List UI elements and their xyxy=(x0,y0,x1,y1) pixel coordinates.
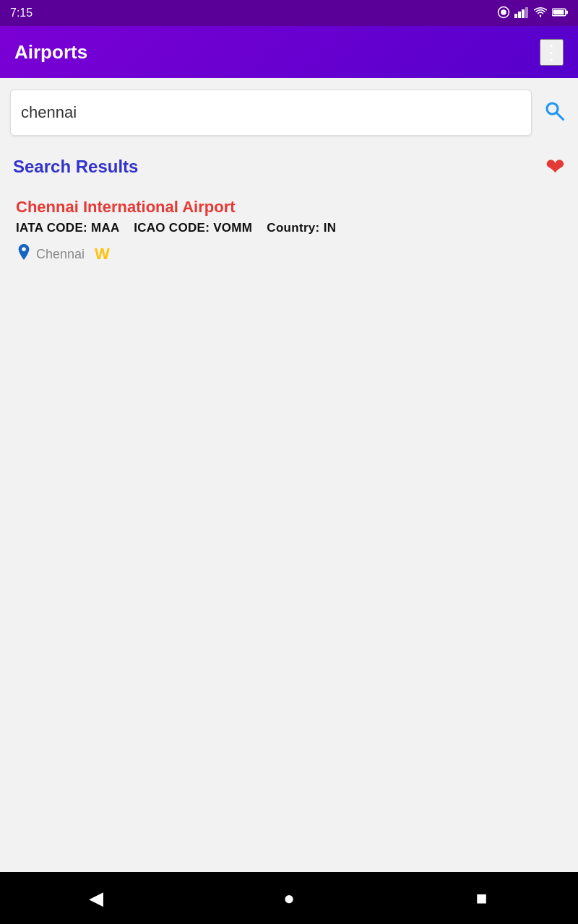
search-button[interactable] xyxy=(540,97,568,129)
svg-rect-4 xyxy=(522,9,525,18)
results-list: Chennai International Airport IATA CODE:… xyxy=(0,188,578,872)
search-input-wrapper xyxy=(10,90,532,136)
icao-label: ICAO CODE: xyxy=(134,221,210,235)
home-button[interactable]: ● xyxy=(267,876,311,920)
svg-point-1 xyxy=(501,9,506,15)
search-area xyxy=(0,78,578,147)
iata-value: MAA xyxy=(91,221,119,235)
results-title: Search Results xyxy=(13,157,138,177)
favorite-icon[interactable]: ❤ xyxy=(545,153,565,180)
airport-card[interactable]: Chennai International Airport IATA CODE:… xyxy=(13,188,565,273)
back-button[interactable]: ◀ xyxy=(74,876,118,920)
svg-rect-3 xyxy=(518,12,521,18)
location-pin-icon xyxy=(16,243,32,266)
svg-line-10 xyxy=(557,113,564,119)
recents-button[interactable]: ■ xyxy=(460,876,504,920)
airport-tags: Chennai W xyxy=(16,243,565,266)
svg-point-11 xyxy=(22,248,26,252)
svg-rect-7 xyxy=(553,9,564,14)
more-options-button[interactable]: ⋮ xyxy=(540,39,564,66)
svg-rect-5 xyxy=(525,7,528,18)
wifi-tag: W xyxy=(95,245,110,263)
app-title: Airports xyxy=(14,41,87,64)
airport-name: Chennai International Airport xyxy=(16,198,565,217)
results-header: Search Results ❤ xyxy=(0,147,578,188)
battery-icon xyxy=(552,7,568,19)
pocket-icon xyxy=(497,6,510,21)
status-bar: 7:15 xyxy=(0,0,578,26)
wifi-icon xyxy=(533,6,548,20)
iata-label: IATA CODE: xyxy=(16,221,87,235)
airport-codes: IATA CODE: MAA ICAO CODE: VOMM Country: … xyxy=(16,221,565,235)
country-value: IN xyxy=(324,221,337,235)
icao-value: VOMM xyxy=(213,221,252,235)
location-tag: Chennai xyxy=(16,243,85,266)
signal-icon xyxy=(514,6,529,20)
nav-bar: ◀ ● ■ xyxy=(0,872,578,924)
country-label: Country: xyxy=(267,221,319,235)
status-time: 7:15 xyxy=(10,6,33,19)
app-bar: Airports ⋮ xyxy=(0,26,578,78)
city-label: Chennai xyxy=(36,247,85,262)
search-input[interactable] xyxy=(21,103,521,122)
svg-rect-8 xyxy=(566,10,568,14)
status-icons xyxy=(497,6,568,21)
svg-rect-2 xyxy=(514,14,517,18)
